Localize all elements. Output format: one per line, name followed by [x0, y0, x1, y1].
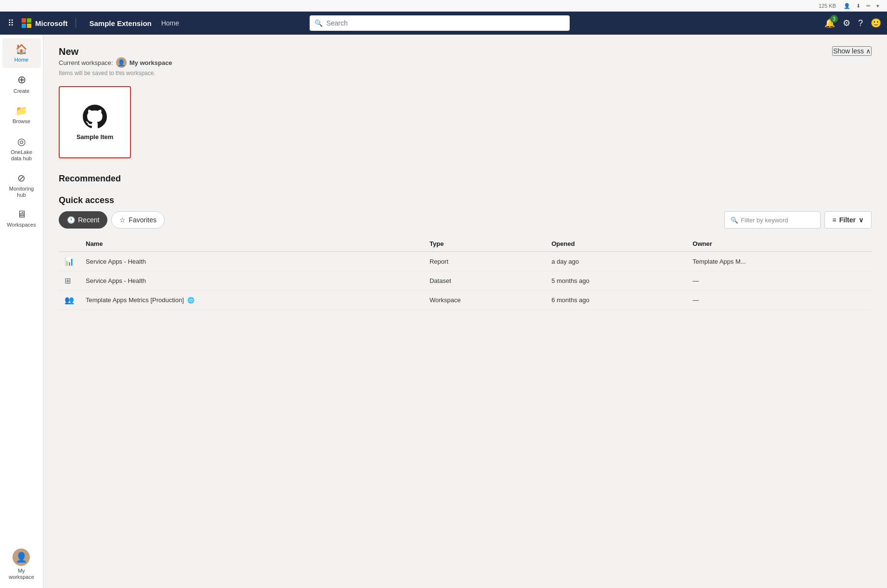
- row1-type: Report: [424, 252, 546, 271]
- filter-input-box[interactable]: 🔍 Filter by keyword: [724, 211, 821, 229]
- row3-name-text: Template Apps Metrics [Production]: [86, 296, 184, 304]
- row2-name: Service Apps - Health: [80, 271, 424, 291]
- row3-globe-icon: 🌐: [187, 297, 195, 304]
- tab-favorites-label: Favorites: [129, 216, 157, 224]
- sidebar-item-workspaces[interactable]: 🖥 Workspaces: [2, 204, 41, 233]
- new-items-grid: Sample Item: [59, 86, 872, 158]
- notifications-button[interactable]: 🔔 3: [824, 18, 835, 28]
- row1-opened: a day ago: [546, 252, 687, 271]
- edit-icon[interactable]: ✏: [866, 3, 871, 9]
- github-icon: [83, 104, 107, 128]
- filter-button[interactable]: ≡ Filter ∨: [824, 211, 872, 229]
- quick-access-controls: 🕐 Recent ☆ Favorites 🔍 Filter by keyword…: [59, 211, 872, 229]
- workspace-name: My workspace: [130, 59, 172, 66]
- topbar: ⠿ Microsoft Sample Extension Home 🔍 🔔 3 …: [0, 12, 887, 35]
- new-section-subtitle: Current workspace: 👤 My workspace: [59, 57, 172, 68]
- sidebar-label-onelake: OneLakedata hub: [11, 149, 32, 162]
- more-icon[interactable]: ▾: [876, 3, 879, 9]
- user-avatar-button[interactable]: 🙂: [871, 18, 881, 28]
- sidebar-label-home: Home: [14, 57, 28, 63]
- workspace-avatar-icon: 👤: [116, 57, 127, 68]
- sidebar-avatar-label: Myworkspace: [9, 568, 34, 580]
- table-header-row: Name Type Opened Owner: [59, 236, 872, 252]
- search-icon: 🔍: [314, 19, 323, 27]
- row3-opened: 6 months ago: [546, 291, 687, 310]
- filter-placeholder: Filter by keyword: [741, 217, 788, 224]
- file-size-bar: 125 KB 👤 ⬇ ✏ ▾: [0, 0, 887, 12]
- col-type: Type: [424, 236, 546, 252]
- help-button[interactable]: ?: [858, 18, 863, 28]
- app-name: Sample Extension: [82, 19, 152, 27]
- home-link[interactable]: Home: [161, 19, 179, 27]
- show-less-label: Show less: [833, 47, 864, 55]
- download-icon[interactable]: ⬇: [856, 3, 861, 9]
- new-section-header: New Current workspace: 👤 My workspace It…: [59, 46, 872, 84]
- row3-name: Template Apps Metrics [Production] 🌐: [80, 291, 424, 310]
- create-icon: ⊕: [17, 74, 26, 86]
- recommended-title: Recommended: [59, 174, 872, 184]
- sidebar-item-monitoring[interactable]: ⊘ Monitoringhub: [2, 167, 41, 203]
- row3-icon-cell: 👥: [59, 291, 80, 310]
- sidebar-label-browse: Browse: [13, 118, 30, 125]
- quick-access-table: Name Type Opened Owner 📊 Service Apps - …: [59, 236, 872, 310]
- sample-item-label: Sample Item: [77, 133, 114, 141]
- row2-opened: 5 months ago: [546, 271, 687, 291]
- workspace-note: Items will be saved to this workspace.: [59, 70, 172, 77]
- monitoring-icon: ⊘: [17, 172, 26, 184]
- grid-icon[interactable]: ⠿: [6, 16, 16, 30]
- col-name: Name: [80, 236, 424, 252]
- file-size-label: 125 KB: [819, 3, 836, 9]
- bar-chart-icon: 📊: [65, 257, 74, 266]
- ms-logo-grid: [22, 18, 31, 28]
- show-less-button[interactable]: Show less ∧: [832, 46, 872, 56]
- search-box: 🔍: [310, 15, 570, 31]
- row1-icon-cell: 📊: [59, 252, 80, 271]
- settings-button[interactable]: ⚙: [843, 18, 850, 28]
- microsoft-logo: Microsoft: [22, 18, 76, 28]
- col-opened: Opened: [546, 236, 687, 252]
- quick-access-title: Quick access: [59, 195, 872, 205]
- browse-icon: 📁: [15, 105, 27, 116]
- table-row[interactable]: 📊 Service Apps - Health Report a day ago…: [59, 252, 872, 271]
- topbar-right: 🔔 3 ⚙ ? 🙂: [824, 18, 881, 28]
- sample-item-card[interactable]: Sample Item: [59, 86, 131, 158]
- workspace-label: Current workspace:: [59, 59, 113, 66]
- my-workspace-avatar[interactable]: 👤: [13, 549, 30, 566]
- sidebar-item-browse[interactable]: 📁 Browse: [2, 100, 41, 129]
- sidebar-item-onelake[interactable]: ◎ OneLakedata hub: [2, 131, 41, 166]
- main-content: New Current workspace: 👤 My workspace It…: [43, 35, 887, 588]
- search-container: 🔍: [310, 15, 570, 31]
- row3-type: Workspace: [424, 291, 546, 310]
- sidebar-item-home[interactable]: 🏠 Home: [2, 38, 41, 68]
- table-row[interactable]: ⊞ Service Apps - Health Dataset 5 months…: [59, 271, 872, 291]
- chevron-up-icon: ∧: [866, 47, 871, 55]
- sidebar-label-workspaces: Workspaces: [7, 222, 36, 228]
- row1-owner: Template Apps M...: [687, 252, 872, 271]
- filter-chevron-icon: ∨: [859, 216, 863, 224]
- row3-owner: —: [687, 291, 872, 310]
- tab-recent[interactable]: 🕐 Recent: [59, 211, 107, 229]
- filter-search-icon: 🔍: [730, 217, 738, 224]
- star-icon: ☆: [119, 216, 126, 224]
- filter-group: 🔍 Filter by keyword ≡ Filter ∨: [724, 211, 872, 229]
- new-section: New Current workspace: 👤 My workspace It…: [59, 46, 872, 158]
- sidebar: 🏠 Home ⊕ Create 📁 Browse ◎ OneLakedata h…: [0, 35, 43, 588]
- filter-icon: ≡: [833, 216, 836, 224]
- table-row[interactable]: 👥 Template Apps Metrics [Production] 🌐 W…: [59, 291, 872, 310]
- notification-badge: 3: [830, 15, 838, 23]
- row1-name: Service Apps - Health: [80, 252, 424, 271]
- sidebar-item-create[interactable]: ⊕ Create: [2, 69, 41, 99]
- search-input[interactable]: [326, 19, 565, 27]
- new-section-title: New: [59, 46, 172, 57]
- sidebar-label-create: Create: [13, 88, 29, 94]
- tab-recent-label: Recent: [78, 216, 99, 224]
- microsoft-label: Microsoft: [35, 19, 68, 27]
- person-icon[interactable]: 👤: [844, 3, 850, 9]
- sidebar-label-monitoring: Monitoringhub: [9, 186, 34, 198]
- col-icon: [59, 236, 80, 252]
- row2-owner: —: [687, 271, 872, 291]
- onelake-icon: ◎: [17, 136, 26, 147]
- tab-favorites[interactable]: ☆ Favorites: [111, 211, 165, 229]
- tab-group: 🕐 Recent ☆ Favorites: [59, 211, 165, 229]
- workspaces-icon: 🖥: [17, 209, 26, 220]
